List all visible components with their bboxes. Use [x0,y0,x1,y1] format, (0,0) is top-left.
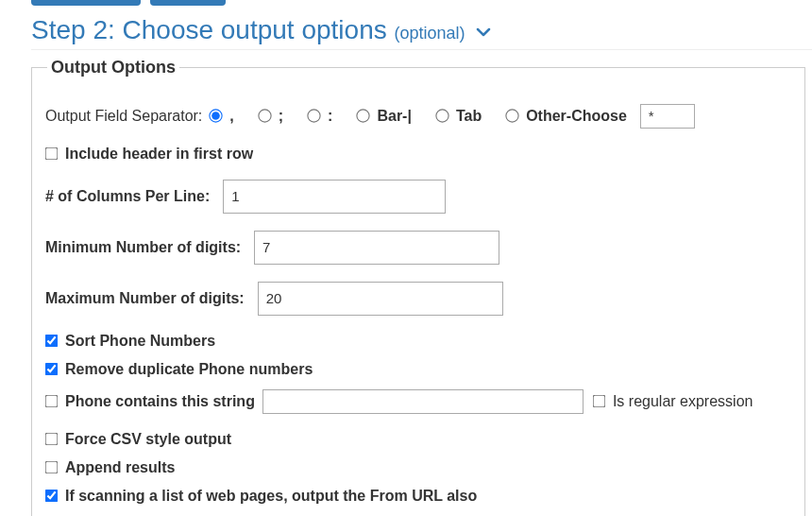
separator-label: Output Field Separator: [45,108,202,125]
sep-radio-bar[interactable] [357,110,370,123]
force-csv-row: Force CSV style output [45,431,791,448]
remove-dup-checkbox[interactable] [45,363,59,376]
step-title[interactable]: Step 2: Choose output options (optional) [31,13,812,50]
sep-label-colon: : [328,108,332,125]
min-digits-label: Minimum Number of digits: [45,239,241,256]
contains-input[interactable] [262,389,584,414]
is-regex-label: Is regular expression [613,393,753,410]
btn-stub-1[interactable] [31,0,141,6]
columns-input[interactable] [223,180,446,214]
force-csv-checkbox[interactable] [45,433,59,446]
append-label: Append results [65,459,175,476]
sep-radio-colon[interactable] [307,110,320,123]
separator-row: Output Field Separator: , ; : Bar-| Tab … [45,104,791,129]
sep-label-other: Other-Choose [526,108,627,125]
btn-stub-2[interactable] [150,0,226,6]
sort-phones-label: Sort Phone Numbers [65,333,215,350]
from-url-checkbox[interactable] [45,490,59,503]
append-checkbox[interactable] [45,461,59,474]
max-digits-label: Maximum Number of digits: [45,290,245,307]
min-digits-row: Minimum Number of digits: [45,231,791,265]
append-row: Append results [45,459,791,476]
columns-label: # of Columns Per Line: [45,188,210,205]
include-header-checkbox[interactable] [45,147,59,161]
include-header-row: Include header in first row [45,146,791,163]
chevron-down-icon [476,14,491,48]
is-regex-checkbox[interactable] [593,395,606,408]
sep-radio-other[interactable] [506,110,519,123]
contains-checkbox[interactable] [45,395,59,408]
include-header-label: Include header in first row [65,146,253,163]
from-url-row: If scanning a list of web pages, output … [45,488,791,505]
sep-label-tab: Tab [456,108,482,125]
step-title-optional: (optional) [395,24,465,43]
min-digits-input[interactable] [254,231,499,265]
sep-label-bar: Bar-| [377,108,411,125]
from-url-label: If scanning a list of web pages, output … [65,488,477,505]
sort-phones-row: Sort Phone Numbers [45,333,791,350]
max-digits-input[interactable] [258,282,503,316]
max-digits-row: Maximum Number of digits: [45,282,791,316]
sep-radio-tab[interactable] [435,110,448,123]
force-csv-label: Force CSV style output [65,431,231,448]
contains-label: Phone contains this string [65,393,255,410]
sep-other-input[interactable] [640,104,695,129]
output-options-legend: Output Options [47,58,179,77]
sep-label-comma: , [229,108,233,125]
sep-radio-semi[interactable] [258,110,271,123]
sep-radio-comma[interactable] [210,110,223,123]
step-title-text: Step 2: Choose output options [31,15,387,44]
output-options-fieldset: Output Options Output Field Separator: ,… [31,58,805,516]
columns-row: # of Columns Per Line: [45,180,791,214]
remove-dup-row: Remove duplicate Phone numbers [45,361,791,378]
remove-dup-label: Remove duplicate Phone numbers [65,361,313,378]
sep-label-semi: ; [279,108,283,125]
contains-row: Phone contains this string Is regular ex… [45,389,791,414]
top-button-row [0,0,812,9]
sort-phones-checkbox[interactable] [45,335,59,348]
